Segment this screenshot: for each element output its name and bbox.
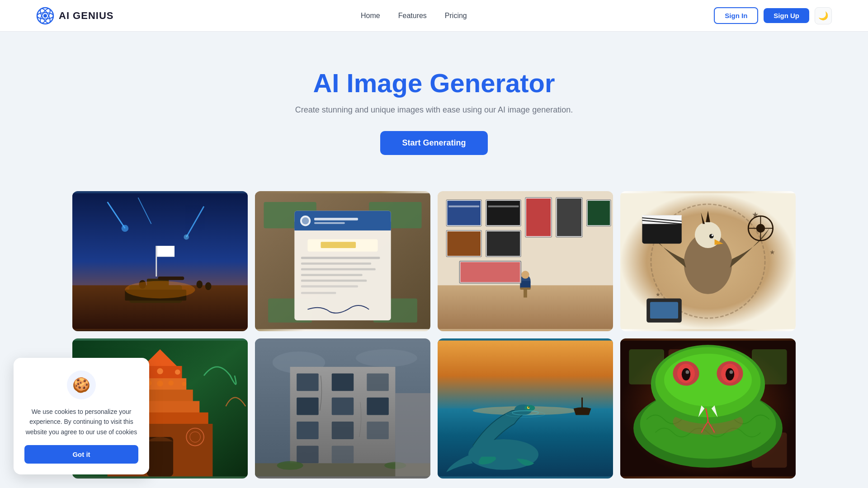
gallery-item-war [72, 191, 248, 331]
start-generating-button[interactable]: Start Generating [380, 131, 487, 155]
header-actions: Sign In Sign Up 🌙 [714, 7, 832, 24]
svg-point-31 [302, 217, 309, 225]
svg-text:★: ★ [769, 249, 775, 256]
svg-rect-129 [395, 393, 430, 476]
svg-point-60 [521, 271, 529, 278]
hero-section: AI Image Generator Create stunning and u… [0, 32, 868, 173]
svg-rect-62 [524, 289, 527, 297]
building-image [255, 338, 430, 479]
logo: AI GENIUS [36, 7, 113, 25]
svg-point-74 [712, 235, 713, 236]
nav-pricing[interactable]: Pricing [445, 12, 467, 20]
svg-rect-39 [301, 274, 363, 276]
theme-toggle-button[interactable]: 🌙 [815, 7, 832, 24]
svg-point-19 [197, 281, 203, 288]
nav-home[interactable]: Home [361, 12, 380, 20]
svg-text:★: ★ [656, 291, 660, 297]
gallery-item-gallery-wall [438, 191, 613, 331]
svg-rect-13 [157, 246, 175, 257]
hero-title: AI Image Generator [9, 68, 859, 98]
svg-rect-38 [301, 268, 376, 271]
svg-rect-121 [297, 422, 319, 439]
svg-rect-123 [367, 422, 389, 439]
svg-point-127 [277, 461, 303, 469]
svg-point-21 [125, 281, 195, 299]
svg-point-102 [157, 380, 163, 387]
svg-point-113 [356, 349, 417, 367]
svg-rect-133 [581, 398, 583, 408]
svg-rect-119 [332, 398, 354, 415]
svg-rect-130 [438, 341, 613, 411]
snake-image [620, 338, 796, 479]
svg-point-73 [709, 234, 714, 239]
svg-rect-33 [314, 222, 345, 224]
logo-icon [36, 7, 54, 25]
svg-rect-32 [314, 218, 358, 221]
header: AI GENIUS Home Features Pricing Sign In … [0, 0, 868, 32]
svg-point-10 [122, 225, 129, 232]
cookie-icon-circle: 🍪 [67, 371, 96, 399]
gallery-item-document [255, 191, 430, 331]
svg-point-156 [682, 368, 690, 380]
main-nav: Home Features Pricing [361, 12, 467, 20]
svg-rect-116 [332, 373, 354, 391]
cookie-icon: 🍪 [72, 376, 90, 394]
got-it-button[interactable]: Got it [24, 445, 138, 464]
svg-rect-66 [448, 206, 479, 207]
gallery-item-sea-creature [438, 338, 613, 479]
svg-text:★: ★ [752, 210, 759, 219]
svg-rect-63 [520, 287, 530, 290]
svg-rect-58 [487, 231, 520, 256]
svg-point-136 [524, 405, 535, 411]
svg-point-99 [175, 370, 180, 375]
signin-button[interactable]: Sign In [714, 7, 758, 24]
svg-rect-124 [297, 446, 319, 463]
svg-rect-35 [321, 242, 356, 248]
svg-point-138 [528, 407, 529, 408]
svg-rect-118 [297, 398, 319, 415]
svg-rect-54 [588, 201, 610, 225]
svg-rect-115 [297, 373, 319, 391]
svg-rect-56 [447, 231, 481, 256]
brand-name: AI GENIUS [59, 10, 113, 22]
svg-point-103 [168, 380, 174, 386]
svg-rect-122 [332, 422, 354, 439]
gallery-item-snake [620, 338, 796, 479]
svg-point-20 [205, 282, 212, 290]
war-image [72, 191, 248, 331]
svg-rect-120 [367, 398, 389, 415]
svg-rect-36 [301, 257, 380, 259]
svg-rect-48 [487, 201, 520, 225]
svg-rect-67 [488, 206, 519, 207]
svg-rect-50 [526, 198, 551, 236]
svg-rect-65 [460, 262, 520, 282]
svg-rect-40 [301, 280, 367, 282]
svg-rect-117 [367, 373, 389, 391]
document-image [255, 191, 430, 331]
moon-icon: 🌙 [818, 11, 828, 21]
svg-rect-12 [156, 246, 157, 277]
svg-point-158 [686, 371, 689, 374]
svg-rect-41 [301, 285, 358, 287]
svg-rect-125 [332, 446, 354, 463]
svg-point-104 [182, 382, 187, 386]
cookie-banner: 🍪 We use cookies to personalize your exp… [14, 358, 149, 474]
svg-point-98 [157, 368, 163, 375]
svg-rect-106 [147, 437, 173, 476]
svg-point-159 [730, 371, 733, 374]
svg-rect-17 [158, 277, 184, 280]
nav-features[interactable]: Features [398, 12, 427, 20]
sea-creature-image [438, 338, 613, 479]
signup-button[interactable]: Sign Up [764, 8, 809, 23]
svg-rect-42 [301, 292, 336, 294]
svg-rect-52 [557, 198, 581, 236]
svg-rect-86 [650, 302, 678, 319]
svg-point-157 [726, 368, 734, 380]
cookie-icon-area: 🍪 [24, 371, 138, 399]
svg-rect-37 [301, 263, 371, 265]
gallery-item-eagle: ★ ★ ★ [620, 191, 796, 331]
hero-subtitle: Create stunning and unique images with e… [9, 105, 859, 115]
svg-rect-46 [447, 201, 481, 225]
gallery-item-building [255, 338, 430, 479]
svg-point-11 [184, 235, 189, 240]
